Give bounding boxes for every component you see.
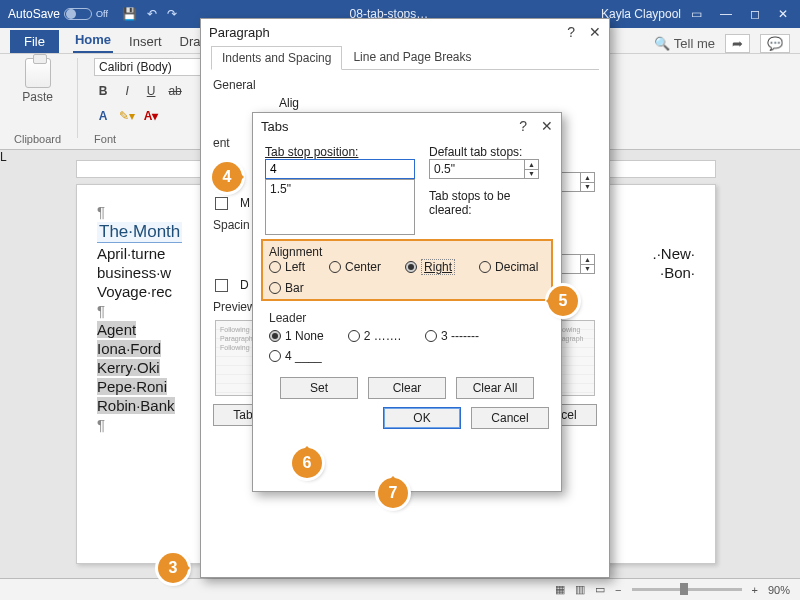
font-group: Calibri (Body) B I U ab A ✎▾ A▾ Font <box>88 58 210 145</box>
dialog-titlebar[interactable]: Tabs ? ✕ <box>253 113 561 139</box>
comments-button[interactable]: 💬 <box>760 34 790 53</box>
group-separator <box>77 58 78 138</box>
dont-add-label: D <box>240 278 249 292</box>
dialog-tabstrip: Indents and Spacing Line and Page Breaks <box>211 45 599 70</box>
selected-text: Iona·Ford <box>97 340 161 357</box>
close-icon[interactable]: ✕ <box>778 7 788 21</box>
callout-badge-7: 7 <box>378 478 408 508</box>
strikethrough-button[interactable]: ab <box>166 82 184 100</box>
leader-group: Leader 1 None 2 ……. 3 ------- 4 ____ <box>263 307 551 369</box>
dialog-titlebar[interactable]: Paragraph ? ✕ <box>201 19 609 45</box>
heading-text: The·Month <box>97 222 182 243</box>
clipboard-group: Paste Clipboard <box>8 58 67 145</box>
font-group-label: Font <box>94 133 116 145</box>
underline-button[interactable]: U <box>142 82 160 100</box>
default-tab-stops-spin[interactable]: 0.5"▲▼ <box>429 159 539 179</box>
autosave-state: Off <box>96 9 108 19</box>
leader-group-title: Leader <box>269 311 545 325</box>
status-bar: ▦ ▥ ▭ − + 90% <box>0 578 800 600</box>
help-icon[interactable]: ? <box>567 24 575 40</box>
clear-button[interactable]: Clear <box>368 377 446 399</box>
section-general: General <box>213 78 597 92</box>
mirror-label: M <box>240 196 250 210</box>
tab-file[interactable]: File <box>10 30 59 53</box>
selected-text: Agent <box>97 321 136 338</box>
web-layout-icon[interactable]: ▭ <box>595 583 605 596</box>
align-bar-radio[interactable]: Bar <box>269 281 304 295</box>
set-button[interactable]: Set <box>280 377 358 399</box>
callout-badge-4: 4 <box>212 162 242 192</box>
zoom-slider[interactable] <box>632 588 742 591</box>
account-name[interactable]: Kayla Claypool <box>601 7 681 21</box>
maximize-icon[interactable]: ◻ <box>750 7 760 21</box>
read-mode-icon[interactable]: ▦ <box>555 583 565 596</box>
autosave-label: AutoSave <box>8 7 60 21</box>
selected-text: Pepe·Roni <box>97 378 167 395</box>
save-icon[interactable]: 💾 <box>122 7 137 21</box>
font-color-picker[interactable]: A▾ <box>142 107 160 125</box>
alignment-group-title: Alignment <box>269 245 545 259</box>
list-item[interactable]: 1.5" <box>270 182 410 196</box>
alignment-label: Alig <box>215 96 299 110</box>
print-layout-icon[interactable]: ▥ <box>575 583 585 596</box>
tab-insert[interactable]: Insert <box>127 30 164 53</box>
alignment-group-highlight: Alignment Left Center Right Decimal Bar <box>261 239 553 301</box>
highlight-button[interactable]: ✎▾ <box>118 107 136 125</box>
to-be-cleared-label: Tab stops to be cleared: <box>429 189 549 217</box>
share-button[interactable]: ➦ <box>725 34 750 53</box>
tab-home[interactable]: Home <box>73 28 113 53</box>
toggle-off-icon[interactable] <box>64 8 92 20</box>
leader-underline-radio[interactable]: 4 ____ <box>269 349 322 363</box>
clipboard-icon <box>25 58 51 88</box>
dont-add-space-checkbox[interactable] <box>215 279 228 292</box>
align-decimal-radio[interactable]: Decimal <box>479 259 538 275</box>
bold-button[interactable]: B <box>94 82 112 100</box>
tab-line-breaks[interactable]: Line and Page Breaks <box>342 45 482 69</box>
tab-stop-listbox[interactable]: 1.5" <box>265 179 415 235</box>
zoom-out-button[interactable]: − <box>615 584 621 596</box>
zoom-in-button[interactable]: + <box>752 584 758 596</box>
tell-me-label: Tell me <box>674 36 715 51</box>
clipboard-group-label: Clipboard <box>14 133 61 145</box>
leader-dots-radio[interactable]: 2 ……. <box>348 329 401 343</box>
callout-badge-3: 3 <box>158 553 188 583</box>
autosave-toggle[interactable]: AutoSave Off <box>8 7 108 21</box>
callout-badge-6: 6 <box>292 448 322 478</box>
redo-icon[interactable]: ↷ <box>167 7 177 21</box>
close-icon[interactable]: ✕ <box>541 118 553 134</box>
zoom-level[interactable]: 90% <box>768 584 790 596</box>
tab-stop-position-label: Tab stop position: <box>265 145 415 159</box>
mirror-indents-checkbox[interactable] <box>215 197 228 210</box>
tell-me-search[interactable]: 🔍 Tell me <box>654 36 715 51</box>
paste-label: Paste <box>22 90 53 104</box>
leader-none-radio[interactable]: 1 None <box>269 329 324 343</box>
tab-stop-position-input[interactable] <box>265 159 415 179</box>
tab-indents-spacing[interactable]: Indents and Spacing <box>211 46 342 70</box>
align-right-radio[interactable]: Right <box>405 259 455 275</box>
ribbon-options-icon[interactable]: ▭ <box>691 7 702 21</box>
selected-text: Robin·Bank <box>97 397 175 414</box>
cancel-button[interactable]: Cancel <box>471 407 549 429</box>
font-color-button[interactable]: A <box>94 107 112 125</box>
font-name-combo[interactable]: Calibri (Body) <box>94 58 204 76</box>
undo-icon[interactable]: ↶ <box>147 7 157 21</box>
dialog-title: Tabs <box>261 119 288 134</box>
minimize-icon[interactable]: — <box>720 7 732 21</box>
selected-text: Kerry·Oki <box>97 359 160 376</box>
default-tab-stops-label: Default tab stops: <box>429 145 549 159</box>
help-icon[interactable]: ? <box>519 118 527 134</box>
vertical-ruler-gutter: L <box>0 150 24 578</box>
close-icon[interactable]: ✕ <box>589 24 601 40</box>
paste-button[interactable]: Paste <box>22 58 53 104</box>
align-center-radio[interactable]: Center <box>329 259 381 275</box>
align-left-radio[interactable]: Left <box>269 259 305 275</box>
default-tab-value: 0.5" <box>434 162 455 176</box>
clear-all-button[interactable]: Clear All <box>456 377 534 399</box>
callout-badge-5: 5 <box>548 286 578 316</box>
ok-button[interactable]: OK <box>383 407 461 429</box>
quick-access-toolbar: 💾 ↶ ↷ <box>122 7 177 21</box>
dialog-title: Paragraph <box>209 25 270 40</box>
leader-dashes-radio[interactable]: 3 ------- <box>425 329 479 343</box>
tabs-dialog: Tabs ? ✕ Tab stop position: 1.5" Default… <box>252 112 562 492</box>
italic-button[interactable]: I <box>118 82 136 100</box>
